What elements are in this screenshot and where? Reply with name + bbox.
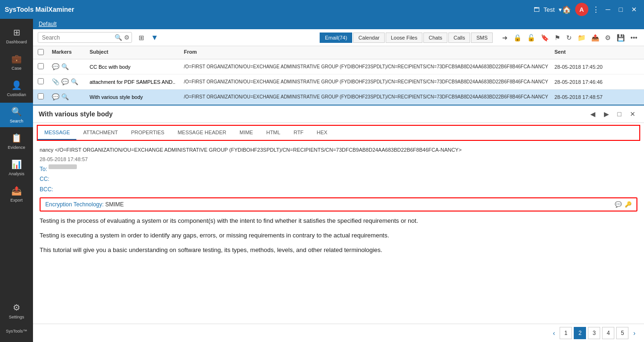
tab-sms[interactable]: SMS (471, 33, 493, 43)
email-from: /O=FIRST ORGANIZATION/OU=EXCHANGE ADMINI… (184, 64, 554, 70)
tab-chats[interactable]: Chats (423, 33, 447, 43)
sidebar-label-export: Export (10, 198, 23, 203)
next-page-button[interactable]: › (630, 328, 638, 338)
flag-icon[interactable]: ⚑ (553, 33, 562, 42)
tab-message[interactable]: MESSAGE (38, 126, 76, 140)
detail-header: With various style body ◀ ▶ □ ✕ (33, 106, 644, 123)
filter-icon[interactable]: ▼ (151, 33, 158, 42)
tab-message-header[interactable]: MESSAGE HEADER (171, 126, 233, 140)
title-bar-controls: 🏠 A ⋮ ─ □ ✕ (562, 3, 639, 16)
encryption-label: Encryption Technology: (45, 201, 104, 208)
row-checkbox[interactable] (38, 93, 52, 100)
to-label: To: (40, 166, 47, 172)
chat-icon: 💬 (52, 63, 59, 70)
page-4-button[interactable]: 4 (602, 327, 614, 339)
tab-calls[interactable]: Calls (448, 33, 470, 43)
gear-action-icon[interactable]: ⚙ (603, 33, 613, 42)
tab-html[interactable]: HTML (260, 126, 287, 140)
page-5-button[interactable]: 5 (616, 327, 628, 339)
search-icon[interactable]: 🔍 (115, 34, 122, 41)
detail-nav: ◀ ▶ □ ✕ (587, 109, 638, 119)
sidebar-item-custodian[interactable]: 👤 Custodian (0, 76, 33, 101)
sidebar-label-dashboard: Dashboard (6, 40, 27, 44)
export-icon: 📤 (11, 186, 22, 196)
encryption-box: Encryption Technology: SMIME 💬 🔑 (40, 197, 637, 212)
search-input[interactable] (42, 34, 113, 41)
header-from: From (184, 49, 554, 56)
email-list: Markers Subject From Sent 💬 🔍 CC Bcc wit… (33, 46, 644, 106)
expand-button[interactable]: □ (615, 109, 624, 119)
tab-loose-files[interactable]: Loose Files (386, 33, 422, 43)
sidebar-item-case[interactable]: 💼 Case (0, 50, 33, 74)
app-title: SysTools MailXaminer (5, 6, 534, 13)
tab-mime[interactable]: MIME (233, 126, 260, 140)
main-layout: ⊞ Dashboard 💼 Case 👤 Custodian 🔍 Search … (0, 19, 644, 342)
unlock-icon[interactable]: 🔓 (525, 33, 537, 42)
encryption-info: Encryption Technology: SMIME (45, 201, 124, 208)
tab-hex[interactable]: HEX (310, 126, 334, 140)
settings-search-icon[interactable]: ⚙ (124, 34, 130, 41)
email-body-text: Testing is the process of evaluating a s… (40, 216, 637, 255)
table-row[interactable]: 💬 🔍 With various style body /O=FIRST ORG… (33, 90, 644, 105)
sidebar-item-settings[interactable]: ⚙ Settings (0, 299, 33, 323)
close-detail-button[interactable]: ✕ (627, 109, 638, 119)
maximize-button[interactable]: □ (617, 5, 625, 14)
toolbar: 🔍 ⚙ ⊞ ▼ Email(74) Calendar Loose Files C… (33, 29, 644, 46)
sidebar-item-dashboard[interactable]: ⊞ Dashboard (0, 24, 33, 48)
table-row[interactable]: 📎 💬 🔍 attachment for PDF SAMPLES AND.. /… (33, 74, 644, 90)
prev-nav-button[interactable]: ◀ (587, 109, 598, 119)
settings-icon: ⚙ (13, 302, 20, 313)
minimize-button[interactable]: ─ (603, 5, 613, 14)
email-sent: 28-05-2018 17:48:57 (554, 94, 639, 100)
analysis-icon: 📊 (11, 159, 22, 170)
email-subject: CC Bcc with body (90, 64, 184, 70)
bookmark-icon[interactable]: 🔖 (539, 33, 551, 42)
prev-page-button[interactable]: ‹ (550, 328, 558, 338)
arrow-right-icon[interactable]: ➜ (500, 33, 510, 42)
email-bcc-line: BCC: (40, 185, 637, 195)
email-sent: 28-05-2018 17:46:46 (554, 79, 639, 85)
evidence-icon: 📋 (11, 133, 22, 143)
page-2-button[interactable]: 2 (574, 327, 586, 339)
lock-icon[interactable]: 🔒 (512, 33, 523, 42)
sidebar-item-analysis[interactable]: 📊 Analysis (0, 155, 33, 180)
next-nav-button[interactable]: ▶ (601, 109, 612, 119)
close-button[interactable]: ✕ (629, 5, 639, 14)
sidebar-item-search[interactable]: 🔍 Search (0, 103, 33, 127)
row-checkbox[interactable] (38, 63, 52, 70)
enc-key-icon: 🔑 (625, 201, 632, 208)
sidebar-item-export[interactable]: 📤 Export (0, 182, 33, 206)
header-sent: Sent (554, 49, 639, 56)
more-icon[interactable]: ⋮ (592, 5, 600, 14)
tab-calendar[interactable]: Calendar (353, 33, 385, 43)
more-options-icon[interactable]: ••• (628, 33, 639, 42)
sidebar-label-custodian: Custodian (7, 92, 26, 97)
tab-rtf[interactable]: RTF (287, 126, 310, 140)
export-action-icon[interactable]: 📤 (589, 33, 601, 42)
view-toggle-button[interactable]: ⊞ (136, 33, 147, 43)
encryption-value: SMIME (105, 201, 124, 208)
select-all-checkbox[interactable] (38, 49, 44, 55)
header-subject: Subject (90, 49, 184, 56)
window-icon: 🗔 (534, 6, 540, 13)
save-icon[interactable]: 💾 (615, 33, 627, 42)
avatar[interactable]: A (575, 3, 588, 16)
detail-title: With various style body (39, 110, 587, 118)
row-checkbox[interactable] (38, 78, 52, 85)
chevron-down-icon[interactable]: ▾ (559, 6, 562, 13)
tab-properties[interactable]: PROPERTIES (124, 126, 171, 140)
tab-attachment[interactable]: ATTACHMENT (76, 126, 124, 140)
page-1-button[interactable]: 1 (560, 327, 572, 339)
sidebar-label-settings: Settings (9, 315, 25, 319)
tab-email[interactable]: Email(74) (320, 33, 352, 43)
sidebar-label-search: Search (10, 119, 24, 123)
default-link[interactable]: Default (39, 21, 57, 27)
search-icons: 🔍 ⚙ (115, 34, 130, 41)
page-3-button[interactable]: 3 (588, 327, 600, 339)
table-row[interactable]: 💬 🔍 CC Bcc with body /O=FIRST ORGANIZATI… (33, 59, 644, 74)
home-icon[interactable]: 🏠 (562, 5, 571, 14)
refresh-icon[interactable]: ↻ (564, 33, 574, 42)
folder-icon[interactable]: 📁 (576, 33, 587, 42)
marker-icons: 💬 🔍 (52, 93, 90, 100)
sidebar-item-evidence[interactable]: 📋 Evidence (0, 129, 33, 154)
